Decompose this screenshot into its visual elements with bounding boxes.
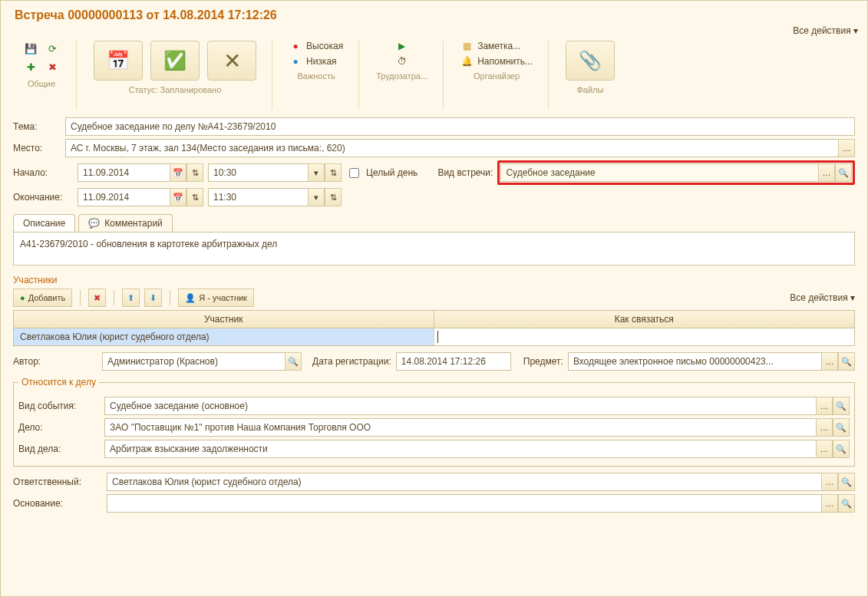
ribbon-effort-label: Трудозатра... [376, 71, 427, 81]
place-input[interactable] [65, 139, 838, 157]
casetype-search-button[interactable]: 🔍 [833, 440, 850, 458]
files-button[interactable]: 📎 [566, 41, 615, 81]
th-participant[interactable]: Участник [14, 311, 434, 328]
subject-ellipsis-button[interactable]: … [821, 352, 838, 371]
eventtype-ellipsis-button[interactable]: … [816, 397, 833, 415]
delete-doc-icon[interactable]: ✖ [44, 59, 61, 74]
organizer-note-button[interactable]: ▦ Заметка... [460, 41, 520, 51]
meetingtype-ellipsis-button[interactable]: … [818, 163, 835, 182]
all-actions-button[interactable]: Все действия [793, 25, 858, 36]
refresh-icon[interactable]: ⟳ [44, 41, 61, 56]
status-plan-button[interactable]: 📅 [94, 41, 143, 81]
effort-timer-button[interactable]: ⏱ [396, 56, 408, 67]
ribbon-importance: ● Высокая ● Низкая Важность [280, 41, 359, 110]
description-textarea[interactable]: А41-23679/2010 - обновления в картотеке … [13, 232, 855, 266]
subject-search-button[interactable]: 🔍 [838, 352, 855, 371]
responsible-input[interactable] [107, 473, 821, 491]
effort-start-button[interactable]: ▶ [396, 41, 408, 51]
plus-icon: ● [20, 293, 25, 302]
basis-input[interactable] [107, 494, 821, 513]
meetingtype-search-button[interactable]: 🔍 [835, 163, 852, 182]
end-time-spin-button[interactable]: ⇅ [325, 188, 342, 206]
save-icon[interactable]: 💾 [22, 41, 39, 56]
case-ellipsis-button[interactable]: … [816, 418, 833, 437]
arrow-down-blue-icon: ● [289, 56, 302, 67]
start-date-cal-button[interactable]: 📅 [170, 163, 186, 182]
ribbon: 💾 ⟳ ✚ ✖ Общие 📅 ✅ ✕ Статус: Запланирован… [8, 25, 860, 114]
x-red-icon: ✖ [94, 293, 101, 303]
start-date-input[interactable] [78, 163, 170, 182]
regdate-label: Дата регистрации: [312, 356, 391, 367]
start-date-spin-button[interactable]: ⇅ [186, 163, 203, 182]
th-contact[interactable]: Как связаться [434, 311, 855, 328]
ribbon-status: 📅 ✅ ✕ Статус: Запланировано [84, 41, 272, 110]
responsible-ellipsis-button[interactable]: … [821, 473, 838, 491]
person-icon: 👤 [185, 293, 196, 303]
window-root: Встреча 00000000113 от 14.08.2014 17:12:… [0, 0, 868, 597]
cell-participant[interactable]: Светлакова Юлия (юрист судебного отдела) [14, 328, 434, 345]
add-participant-button[interactable]: ● Добавить [13, 289, 72, 307]
status-cancel-button[interactable]: ✕ [207, 41, 256, 81]
allday-label: Целый день [366, 167, 417, 178]
clock-icon: ⏱ [396, 56, 408, 67]
meetingtype-input[interactable] [500, 163, 818, 182]
ribbon-general: 💾 ⟳ ✚ ✖ Общие [13, 41, 77, 110]
basis-ellipsis-button[interactable]: … [821, 494, 838, 513]
participants-title: Участники [13, 275, 855, 285]
tab-description[interactable]: Описание [13, 214, 75, 232]
place-label: Место: [13, 143, 61, 153]
arrow-up-icon: ⬆ [127, 293, 134, 303]
author-search-button[interactable]: 🔍 [285, 352, 302, 371]
casetype-ellipsis-button[interactable]: … [816, 440, 833, 458]
casetype-input[interactable] [104, 440, 816, 458]
case-legend: Относится к делу [18, 377, 99, 388]
participants-table: Участник Как связаться Светлакова Юлия (… [13, 310, 855, 346]
start-time-dd-button[interactable]: ▾ [308, 163, 325, 182]
cell-contact[interactable] [434, 328, 855, 345]
iam-participant-button[interactable]: 👤 Я - участник [178, 289, 254, 307]
allday-checkbox[interactable] [349, 168, 359, 178]
theme-input[interactable] [65, 117, 855, 136]
play-icon: ▶ [396, 41, 408, 51]
ribbon-importance-label: Важность [297, 71, 335, 81]
ribbon-files-label: Файлы [577, 85, 604, 94]
regdate-input[interactable] [396, 352, 511, 371]
eventtype-input[interactable] [104, 397, 816, 415]
organizer-remind-button[interactable]: 🔔 Напомнить... [460, 56, 533, 67]
eventtype-label: Вид события: [18, 401, 100, 411]
end-date-input[interactable] [78, 188, 170, 206]
case-label: Дело: [18, 422, 100, 433]
end-time-input[interactable] [208, 188, 308, 206]
case-fieldset: Относится к делу Вид события: … 🔍 Дело: … [13, 377, 855, 467]
importance-low-button[interactable]: ● Низкая [289, 56, 337, 67]
case-input[interactable] [104, 418, 816, 437]
end-time-dd-button[interactable]: ▾ [308, 188, 325, 206]
place-ellipsis-button[interactable]: … [838, 139, 855, 157]
start-time-spin-button[interactable]: ⇅ [325, 163, 342, 182]
remove-participant-button[interactable]: ✖ [88, 289, 106, 307]
ribbon-files: 📎 Файлы [556, 41, 630, 110]
theme-label: Тема: [13, 121, 61, 132]
participants-all-actions-button[interactable]: Все действия ▾ [790, 292, 855, 303]
meetingtype-label: Вид встречи: [437, 167, 493, 178]
ribbon-organizer: ▦ Заметка... 🔔 Напомнить... Органайзер [451, 41, 549, 110]
move-up-button[interactable]: ⬆ [122, 289, 140, 307]
table-row[interactable]: Светлакова Юлия (юрист судебного отдела) [14, 328, 854, 345]
start-label: Начало: [13, 167, 73, 178]
author-input[interactable] [102, 352, 285, 371]
move-down-button[interactable]: ⬇ [144, 289, 162, 307]
eventtype-search-button[interactable]: 🔍 [833, 397, 850, 415]
status-done-button[interactable]: ✅ [150, 41, 200, 81]
importance-high-button[interactable]: ● Высокая [289, 41, 343, 51]
ribbon-organizer-label: Органайзер [474, 71, 520, 81]
case-search-button[interactable]: 🔍 [833, 418, 850, 437]
basis-search-button[interactable]: 🔍 [838, 494, 855, 513]
subject-input[interactable] [568, 352, 821, 371]
end-date-spin-button[interactable]: ⇅ [186, 188, 203, 206]
new-doc-icon[interactable]: ✚ [22, 59, 39, 74]
responsible-search-button[interactable]: 🔍 [838, 473, 855, 491]
tab-comment[interactable]: 💬 Комментарий [78, 214, 173, 232]
ribbon-effort: ▶ ⏱ Трудозатра... [367, 41, 444, 110]
end-date-cal-button[interactable]: 📅 [170, 188, 186, 206]
start-time-input[interactable] [208, 163, 308, 182]
